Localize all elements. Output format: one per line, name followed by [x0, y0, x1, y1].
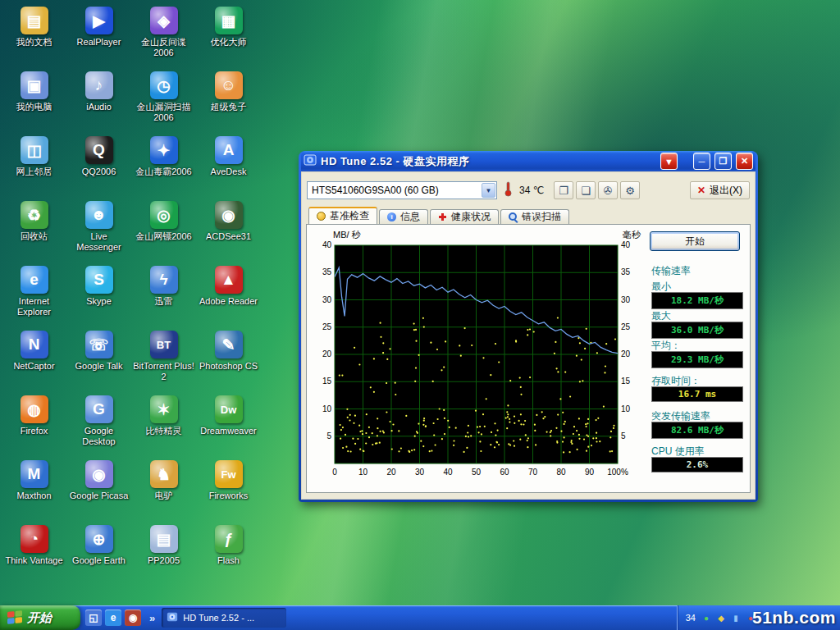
desktop-icon-adobe-reader[interactable]: ▲Adobe Reader: [196, 262, 261, 327]
toolbar: HTS541060G9SA00 (60 GB) ▼ 34 ℃ ❐❏✇⚙ ✕ 退出…: [307, 179, 750, 202]
desktop-icon-netcaptor[interactable]: NNetCaptor: [2, 327, 66, 392]
desktop-icon-avedesk[interactable]: AAveDesk: [196, 133, 261, 198]
desktop-icon-label: Fireworks: [209, 491, 249, 501]
desktop-icon-think-vantage[interactable]: ◔Think Vantage: [2, 522, 66, 587]
quick-launch-show-desktop-icon[interactable]: ◱: [85, 609, 102, 626]
desktop-icon-kingsoft-duba-2006[interactable]: ✦金山毒霸2006: [131, 133, 196, 198]
minimize-button[interactable]: ─: [693, 153, 710, 170]
desktop-icon-emule[interactable]: ♞电驴: [131, 457, 196, 522]
desktop-icon-label: Firefox: [21, 426, 48, 436]
svg-text:30: 30: [415, 468, 425, 477]
taskbar: 开始 ◱e◉ » HD Tune 2.52 - ... 34 ●◆▮●: [0, 605, 840, 630]
desktop-icon-youhua-dashi[interactable]: ▦优化大师: [196, 3, 261, 68]
desktop-icon-internet-explorer[interactable]: eInternet Explorer: [2, 262, 66, 327]
super-rabbit-icon: ☺: [215, 71, 243, 99]
desktop-icon-xunlei[interactable]: ϟ迅雷: [131, 262, 196, 327]
start-benchmark-button[interactable]: 开始: [650, 231, 740, 251]
desktop-icon-pp2005[interactable]: ▤PP2005: [131, 522, 196, 587]
kingsoft-antispy-2006-icon: ◈: [150, 7, 178, 34]
svg-text:90: 90: [585, 468, 595, 477]
desktop-icon-google-picasa[interactable]: ◉Google Picasa: [66, 457, 131, 522]
desktop-icon-acdsee31[interactable]: ◉ACDSee31: [196, 198, 261, 262]
desktop-icon-my-documents[interactable]: ▤我的文档: [2, 3, 66, 68]
desktop-icon-label: Live Messenger: [68, 231, 130, 252]
flash-icon: ƒ: [215, 525, 243, 553]
desktop-icon-google-desktop[interactable]: GGoogle Desktop: [66, 392, 131, 457]
desktop-icon-label: Google Desktop: [68, 426, 130, 446]
svg-text:30: 30: [322, 295, 332, 304]
desktop-icon-google-talk[interactable]: ☏Google Talk: [66, 327, 131, 392]
desktop-icon-recycle-bin[interactable]: ♻回收站: [2, 198, 66, 262]
desktop-icon-label: 回收站: [21, 231, 48, 242]
desktop-icon-qq2006[interactable]: QQQ2006: [66, 133, 131, 198]
tab-strip: 基准检查i信息健康状况错误扫描: [308, 207, 571, 225]
desktop-icon-kingsoft-antispy-2006[interactable]: ◈金山反间谍2006: [131, 3, 196, 68]
firefox-icon: ◍: [21, 395, 48, 423]
options-button[interactable]: ⚙: [620, 181, 640, 199]
maximize-button[interactable]: ❐: [714, 153, 732, 170]
desktop-icon-bitspirit[interactable]: ✶比特精灵: [131, 392, 196, 457]
desktop-icon-label: iAudio: [86, 102, 112, 112]
xunlei-icon: ϟ: [150, 266, 178, 294]
desktop-icon-fireworks[interactable]: FwFireworks: [196, 457, 261, 522]
titlebar[interactable]: HD Tune 2.52 - 硬盘实用程序 ▼ ─ ❐ ✕: [301, 151, 756, 171]
desktop-icon-google-earth[interactable]: ⊕Google Earth: [66, 522, 131, 587]
tab-benchmark[interactable]: 基准检查: [308, 207, 377, 225]
svg-text:15: 15: [322, 377, 332, 386]
kingsoft-netguard-2006-icon: ◎: [150, 201, 178, 229]
tray-icons: ●◆▮●: [701, 612, 756, 623]
quick-launch-chevron-icon[interactable]: »: [146, 612, 158, 624]
burst-rate-value: 82.6 MB/秒: [651, 422, 743, 439]
iaudio-icon: ♪: [85, 71, 113, 99]
desktop-icon-kingsoft-netguard-2006[interactable]: ◎金山网镖2006: [131, 198, 196, 262]
desktop-icon-kingsoft-vulnscan-2006[interactable]: ◷金山漏洞扫描2006: [131, 68, 196, 133]
desktop-icon-dreamweaver[interactable]: DwDreamweaver: [196, 392, 261, 457]
copy-text-button[interactable]: ❏: [576, 181, 596, 199]
desktop-icon-live-messenger[interactable]: ☻Live Messenger: [66, 198, 131, 262]
netcaptor-icon: N: [21, 331, 48, 358]
desktop-icon-photoshop-cs[interactable]: ✎Photoshop CS: [196, 327, 261, 392]
desktop-icon-network-places[interactable]: ◫网上邻居: [2, 133, 66, 198]
adobe-reader-icon: ▲: [215, 266, 243, 294]
save-graph-button[interactable]: ✇: [598, 181, 618, 199]
network-tray-icon[interactable]: ▮: [730, 612, 742, 623]
svg-text:40: 40: [443, 468, 453, 477]
taskbar-task-hdtune[interactable]: HD Tune 2.52 - ...: [162, 608, 286, 628]
desktop-icon-realplayer[interactable]: ▶RealPlayer: [66, 3, 131, 68]
close-button[interactable]: ✕: [736, 153, 753, 170]
quick-launch: ◱e◉: [80, 609, 146, 626]
quick-launch-browser-icon[interactable]: e: [105, 609, 121, 626]
quick-launch-media-player-icon[interactable]: ◉: [125, 609, 141, 626]
thermometer-icon: [504, 180, 513, 200]
hdtune-window: HD Tune 2.52 - 硬盘实用程序 ▼ ─ ❐ ✕ HTS541060G…: [299, 151, 758, 502]
antivirus-tray-icon[interactable]: ●: [701, 612, 712, 623]
copy-graph-button[interactable]: ❐: [554, 181, 573, 199]
tab-error-scan[interactable]: 错误扫描: [500, 209, 569, 225]
tab-info[interactable]: i信息: [379, 209, 428, 225]
tab-health[interactable]: 健康状况: [430, 209, 499, 225]
volume-tray-icon[interactable]: ◆: [715, 612, 727, 623]
exit-button[interactable]: ✕ 退出(X): [690, 181, 750, 199]
start-button-label: 开始: [27, 610, 52, 626]
svg-text:10: 10: [358, 468, 368, 477]
desktop-icon-iaudio[interactable]: ♪iAudio: [66, 68, 131, 133]
update-button[interactable]: ▼: [660, 153, 678, 170]
desktop-icon-flash[interactable]: ƒFlash: [196, 522, 261, 587]
desktop-icon-super-rabbit[interactable]: ☺超级兔子: [196, 68, 261, 133]
dropdown-arrow-icon[interactable]: ▼: [482, 183, 495, 198]
drive-select[interactable]: HTS541060G9SA00 (60 GB) ▼: [307, 181, 497, 199]
desktop-icon-firefox[interactable]: ◍Firefox: [2, 392, 66, 457]
svg-text:15: 15: [621, 377, 631, 386]
svg-text:70: 70: [528, 468, 538, 477]
desktop-icon-skype[interactable]: SSkype: [66, 262, 131, 327]
start-button[interactable]: 开始: [0, 605, 80, 630]
desktop-icon-label: Maxthon: [16, 491, 51, 501]
kingsoft-duba-2006-icon: ✦: [150, 136, 178, 164]
desktop-icon-maxthon[interactable]: MMaxthon: [2, 457, 66, 522]
desktop-icon-label: 网上邻居: [16, 167, 52, 177]
realplayer-icon: ▶: [85, 7, 113, 34]
transfer-rate-section-label: 传输速率: [651, 264, 691, 278]
desktop-icon-bittorrent-plus-2[interactable]: BTBitTorrent Plus! 2: [131, 327, 196, 392]
desktop-icon-my-computer[interactable]: ▣我的电脑: [2, 68, 66, 133]
youhua-dashi-icon: ▦: [215, 7, 243, 34]
